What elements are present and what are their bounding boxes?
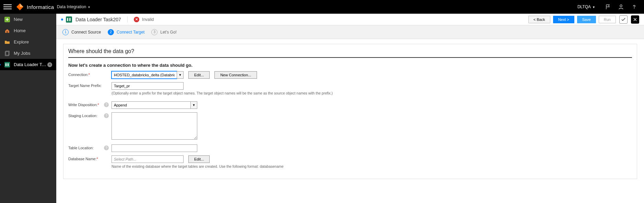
run-button: Run: [599, 16, 616, 23]
titlebar: Data Loader Task207 ✕ Invalid < Back Nex…: [56, 14, 644, 25]
new-connection-button[interactable]: New Connection...: [214, 71, 257, 79]
user-icon[interactable]: [617, 3, 625, 11]
jobs-icon: [4, 50, 10, 56]
sidebar-item-new[interactable]: New: [0, 14, 56, 25]
db-label: Database Name:*: [68, 155, 112, 161]
step-lets-go[interactable]: 3 Let's Go!: [151, 29, 177, 35]
sidebar-item-label: My Jobs: [14, 51, 52, 56]
chevron-down-icon[interactable]: ▼: [190, 101, 197, 109]
product-name[interactable]: Data Integration: [57, 4, 86, 9]
flag-icon[interactable]: [604, 3, 612, 11]
folder-icon: [4, 39, 10, 45]
section-subheading: Now let's create a connection to where t…: [68, 63, 632, 68]
prefix-hint: (Optionally enter a prefix for the targe…: [112, 91, 333, 95]
dirty-indicator: [61, 18, 63, 21]
write-disposition-field[interactable]: ▼: [112, 101, 197, 109]
step-label: Connect Source: [71, 30, 101, 35]
db-input[interactable]: [112, 155, 184, 163]
main: Data Loader Task207 ✕ Invalid < Back Nex…: [56, 14, 644, 203]
step-label: Connect Target: [117, 30, 144, 35]
help-icon[interactable]: ?: [104, 113, 109, 118]
hamburger-menu[interactable]: [3, 3, 12, 11]
close-icon[interactable]: ✕: [47, 62, 52, 67]
prefix-label: Target Name Prefix:: [68, 82, 112, 88]
sidebar-item-label: Explore: [14, 39, 52, 45]
status-text: Invalid: [142, 17, 154, 22]
divider: [127, 16, 128, 23]
help-icon[interactable]: [630, 3, 638, 11]
sidebar-item-label: Home: [14, 28, 52, 33]
db-edit-button[interactable]: Edit...: [188, 155, 210, 163]
step-connect-source[interactable]: 1 Connect Source: [62, 29, 101, 35]
svg-point-2: [620, 5, 622, 7]
edit-connection-button[interactable]: Edit...: [188, 71, 210, 79]
sidebar-item-explore[interactable]: Explore: [0, 36, 56, 48]
svg-rect-12: [69, 18, 70, 21]
table-input[interactable]: [112, 144, 197, 152]
step-label: Let's Go!: [160, 30, 177, 35]
chevron-down-icon[interactable]: ▾: [593, 5, 595, 9]
sidebar: New Home Explore My Jobs Data Loader Tas…: [0, 14, 56, 203]
svg-rect-4: [7, 31, 8, 33]
svg-marker-1: [20, 3, 23, 7]
home-icon: [4, 28, 10, 34]
sidebar-item-home[interactable]: Home: [0, 25, 56, 36]
sidebar-item-label: Data Loader Task2...: [14, 62, 47, 67]
chevron-down-icon[interactable]: ▾: [88, 5, 90, 9]
validate-icon[interactable]: [619, 15, 628, 24]
plus-icon: [4, 16, 10, 23]
prefix-input[interactable]: [112, 82, 184, 90]
help-icon[interactable]: ?: [104, 102, 109, 107]
svg-rect-11: [67, 18, 68, 21]
tenant-name[interactable]: DLTQA: [577, 4, 591, 9]
section-heading: Where should the data go?: [68, 44, 632, 58]
db-hint: Name of the existing database where the …: [112, 164, 283, 168]
stepper: 1 Connect Source 2 Connect Target 3 Let'…: [56, 25, 644, 39]
topbar: Informatica Data Integration ▾ DLTQA ▾: [0, 0, 644, 14]
sidebar-item-task[interactable]: Data Loader Task2... ✕: [0, 59, 56, 70]
connection-input[interactable]: [112, 71, 177, 79]
informatica-logo-icon: [16, 3, 24, 11]
write-input[interactable]: [112, 101, 190, 109]
task-icon: [66, 16, 72, 23]
step-number: 2: [108, 29, 114, 35]
chevron-down-icon[interactable]: ▼: [177, 71, 184, 79]
svg-rect-7: [4, 62, 10, 67]
connection-field[interactable]: ▼: [112, 71, 184, 79]
step-number: 3: [151, 29, 157, 35]
sidebar-item-label: New: [14, 17, 52, 22]
content: Where should the data go? Now let's crea…: [56, 39, 644, 203]
svg-rect-8: [5, 63, 7, 66]
svg-rect-10: [66, 16, 72, 23]
save-button[interactable]: Save: [577, 16, 596, 23]
error-icon: ✕: [134, 17, 139, 22]
brand-text: Informatica: [27, 4, 54, 10]
step-connect-target[interactable]: 2 Connect Target: [108, 29, 144, 35]
sidebar-item-myjobs[interactable]: My Jobs: [0, 48, 56, 59]
connection-label: Connection:*: [68, 71, 112, 77]
next-button[interactable]: Next >: [553, 16, 574, 23]
svg-rect-9: [8, 63, 9, 66]
step-number: 1: [62, 29, 69, 35]
help-icon[interactable]: ?: [104, 145, 109, 150]
staging-textarea[interactable]: [112, 112, 197, 140]
task-icon: [4, 62, 10, 68]
back-button[interactable]: < Back: [528, 16, 550, 23]
close-button[interactable]: [631, 15, 639, 24]
task-title: Data Loader Task207: [75, 17, 121, 22]
